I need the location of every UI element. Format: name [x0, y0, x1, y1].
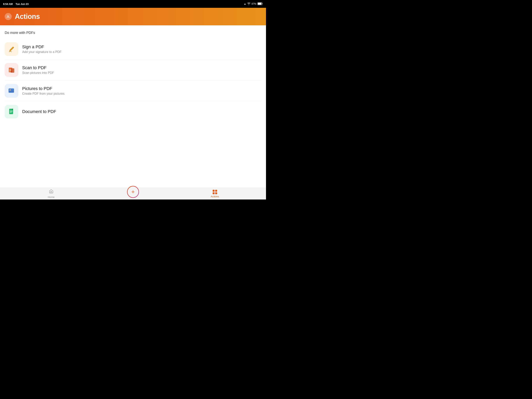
document-pdf-text: Document to PDF: [22, 109, 56, 114]
svg-rect-3: [11, 68, 14, 73]
pictures-pdf-desc: Create PDF from your pictures: [22, 92, 64, 96]
home-icon: [49, 189, 54, 195]
actions-icon: [213, 190, 217, 194]
sign-pdf-text: Sign a PDF Add your signature to a PDF: [22, 45, 62, 54]
sign-pdf-title: Sign a PDF: [22, 45, 62, 50]
grid-dot-1: [213, 190, 215, 192]
section-subtitle: Do more with PDFs: [5, 31, 261, 35]
svg-rect-7: [12, 109, 13, 110]
nav-home[interactable]: Home: [0, 189, 102, 199]
scan-pdf-title: Scan to PDF: [22, 65, 54, 70]
add-button-inner: +: [127, 187, 139, 197]
action-item-pictures-to-pdf[interactable]: Pictures to PDF Create PDF from your pic…: [5, 80, 261, 101]
svg-rect-4: [9, 89, 14, 93]
sign-pdf-icon: [5, 42, 18, 56]
pictures-pdf-title: Pictures to PDF: [22, 86, 64, 91]
scan-pdf-icon: [5, 63, 18, 77]
document-pdf-title: Document to PDF: [22, 109, 56, 114]
grid-dot-2: [215, 190, 217, 192]
actions-label: Actions: [211, 195, 219, 198]
action-item-scan-to-pdf[interactable]: Scan to PDF Scan pictures into PDF: [5, 60, 261, 80]
add-button-ring: +: [127, 186, 139, 198]
grid-dot-4: [215, 192, 217, 194]
signal-icon: ▲: [244, 3, 246, 5]
home-label: Home: [48, 196, 55, 199]
action-item-document-to-pdf[interactable]: Document to PDF: [5, 101, 261, 122]
date: Tue Jun 23: [16, 3, 29, 6]
action-list: Sign a PDF Add your signature to a PDF S…: [5, 39, 261, 122]
battery-icon: [257, 2, 263, 6]
scan-pdf-text: Scan to PDF Scan pictures into PDF: [22, 65, 54, 75]
wifi-icon: [247, 3, 250, 6]
pictures-pdf-text: Pictures to PDF Create PDF from your pic…: [22, 86, 64, 96]
sign-pdf-desc: Add your signature to a PDF: [22, 50, 62, 54]
bottom-nav: Home + Actions: [0, 188, 266, 200]
svg-rect-1: [258, 3, 261, 5]
scan-pdf-desc: Scan pictures into PDF: [22, 71, 54, 75]
nav-actions[interactable]: Actions: [164, 190, 266, 198]
main-content: Do more with PDFs Sign a PDF Add your si…: [0, 25, 266, 188]
plus-icon: +: [131, 189, 135, 195]
document-pdf-icon: [5, 105, 18, 118]
pictures-pdf-icon: [5, 84, 18, 98]
nav-add[interactable]: +: [102, 188, 164, 200]
grid-dot-3: [213, 192, 215, 194]
status-bar: 6:54 AM Tue Jun 23 ▲ 87%: [0, 0, 266, 8]
battery-label: 87%: [252, 3, 256, 5]
svg-point-5: [10, 90, 11, 90]
status-icons: ▲ 87%: [244, 2, 263, 6]
add-button[interactable]: +: [127, 186, 139, 198]
avatar: JL: [5, 13, 12, 20]
action-item-sign-pdf[interactable]: Sign a PDF Add your signature to a PDF: [5, 39, 261, 60]
header: JL Actions: [0, 8, 266, 25]
time: 6:54 AM: [3, 3, 13, 6]
page-title: Actions: [15, 13, 40, 21]
status-time: 6:54 AM Tue Jun 23: [3, 3, 29, 6]
